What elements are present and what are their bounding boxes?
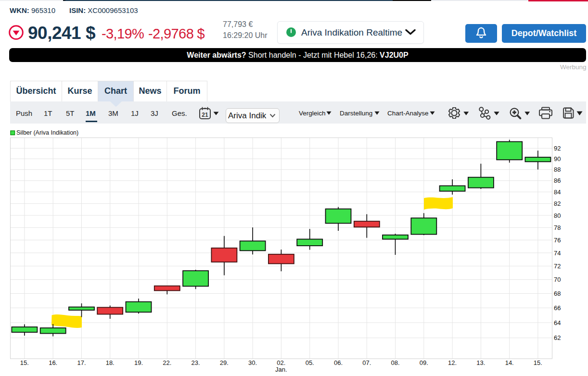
svg-text:62: 62 [554, 334, 561, 341]
svg-text:05.: 05. [306, 359, 314, 366]
svg-text:74: 74 [554, 250, 561, 257]
svg-text:13.: 13. [476, 359, 485, 366]
svg-text:70: 70 [554, 276, 561, 283]
svg-text:30.: 30. [248, 359, 257, 366]
svg-text:15.: 15. [20, 359, 29, 366]
svg-text:72: 72 [554, 263, 561, 270]
svg-text:86: 86 [554, 177, 561, 184]
svg-text:84: 84 [554, 188, 561, 196]
svg-text:23.: 23. [192, 359, 200, 366]
svg-text:17.: 17. [77, 359, 86, 366]
svg-text:90: 90 [554, 155, 561, 163]
svg-text:80: 80 [554, 212, 561, 219]
svg-text:12.: 12. [448, 359, 457, 366]
svg-text:Jan.: Jan. [275, 366, 287, 373]
svg-text:06.: 06. [334, 359, 343, 366]
svg-text:66: 66 [554, 304, 561, 312]
svg-text:68: 68 [554, 290, 561, 297]
svg-text:78: 78 [554, 224, 561, 231]
svg-text:16.: 16. [49, 359, 57, 366]
svg-text:18.: 18. [106, 359, 115, 366]
svg-text:08.: 08. [391, 359, 399, 366]
svg-text:92: 92 [554, 145, 561, 152]
svg-text:82: 82 [554, 200, 561, 207]
svg-text:76: 76 [554, 237, 561, 244]
svg-text:09.: 09. [420, 359, 428, 366]
svg-text:21: 21 [202, 112, 208, 118]
svg-text:29.: 29. [220, 359, 229, 366]
svg-text:14.: 14. [505, 359, 514, 366]
svg-text:22.: 22. [163, 359, 171, 366]
svg-text:15.: 15. [534, 359, 542, 366]
svg-text:07.: 07. [362, 359, 371, 366]
svg-text:64: 64 [554, 319, 561, 326]
svg-text:02.: 02. [277, 359, 285, 366]
svg-text:19.: 19. [134, 359, 143, 366]
svg-text:88: 88 [554, 166, 561, 173]
svg-text:Silber (Ariva Indikation): Silber (Ariva Indikation) [16, 129, 78, 136]
